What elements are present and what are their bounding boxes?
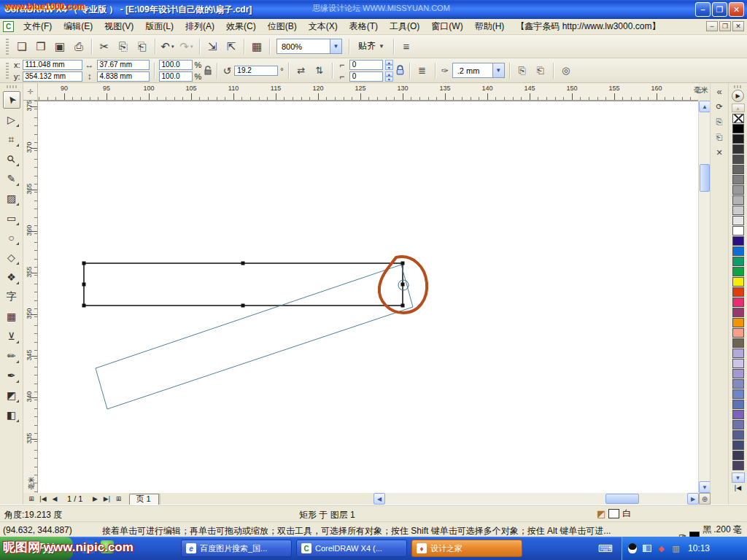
menu-item-9[interactable]: 工具(O) bbox=[384, 19, 425, 34]
ellipse-tool[interactable]: ○ bbox=[3, 229, 20, 246]
open-document-icon[interactable]: ❒ bbox=[32, 38, 50, 55]
color-swatch-14[interactable] bbox=[732, 257, 744, 266]
x-position-field[interactable]: 111.048 mm bbox=[23, 60, 82, 70]
task-button-1[interactable]: CCorelDRAW X4 (... bbox=[296, 540, 407, 557]
color-swatch-29[interactable] bbox=[732, 410, 744, 419]
undo-icon[interactable]: ↶▼ bbox=[159, 38, 177, 55]
ruler-origin[interactable]: ✛ bbox=[23, 83, 38, 101]
page-tab[interactable]: 页 1 bbox=[129, 494, 158, 505]
color-swatch-16[interactable] bbox=[732, 277, 744, 287]
color-swatch-7[interactable] bbox=[732, 185, 744, 195]
color-swatch-26[interactable] bbox=[732, 379, 744, 389]
chevron-down-icon[interactable]: ▼ bbox=[330, 39, 341, 53]
selection-handle[interactable] bbox=[241, 262, 245, 265]
color-swatch-6[interactable] bbox=[732, 175, 744, 184]
palette-flyout-button[interactable]: ▶ bbox=[732, 90, 744, 102]
corner-radius-tl-field[interactable]: 0 bbox=[349, 60, 383, 70]
color-swatch-25[interactable] bbox=[732, 369, 744, 378]
vertical-scroll-thumb[interactable] bbox=[700, 164, 710, 192]
color-swatch-11[interactable] bbox=[732, 226, 744, 236]
selection-handle[interactable] bbox=[82, 283, 86, 287]
color-swatch-23[interactable] bbox=[732, 349, 744, 358]
selection-handle[interactable] bbox=[82, 304, 86, 308]
color-swatch-21[interactable] bbox=[732, 328, 744, 338]
volume-tray-icon[interactable]: ▥ bbox=[670, 543, 681, 554]
horizontal-scrollbar[interactable]: ◀ ▶ bbox=[374, 493, 699, 505]
menu-item-10[interactable]: 窗口(W) bbox=[425, 19, 468, 34]
add-page-button-2[interactable]: ⊞ bbox=[113, 494, 123, 504]
rectangle-tool[interactable]: ▭ bbox=[3, 209, 20, 227]
menu-item-2[interactable]: 视图(V) bbox=[98, 19, 139, 34]
object-width-field[interactable]: 37.67 mm bbox=[97, 60, 150, 70]
menu-item-7[interactable]: 文本(X) bbox=[303, 19, 344, 34]
color-swatch-31[interactable] bbox=[732, 430, 744, 440]
shape-tool[interactable]: ▷ bbox=[3, 111, 20, 128]
menu-item-8[interactable]: 表格(T) bbox=[344, 19, 384, 34]
security-tray-icon[interactable]: ◆ bbox=[656, 543, 667, 554]
selected-rectangle[interactable] bbox=[84, 263, 403, 306]
corner-tl-spinner[interactable]: ▴▾ bbox=[385, 60, 393, 70]
rotated-rectangle-outline[interactable] bbox=[96, 265, 413, 409]
quicklaunch-icon[interactable] bbox=[101, 540, 114, 553]
color-swatch-8[interactable] bbox=[732, 195, 744, 205]
crop-tool[interactable]: ⌗ bbox=[3, 131, 20, 148]
task-button-2[interactable]: ♦设计之家 bbox=[411, 540, 522, 557]
vertical-scrollbar[interactable]: ▲ ▼ bbox=[698, 101, 710, 493]
color-swatch-34[interactable] bbox=[732, 461, 744, 470]
mirror-horizontal-icon[interactable]: ⇄ bbox=[293, 63, 309, 79]
menu-item-11[interactable]: 帮助(H) bbox=[469, 19, 511, 34]
freehand-tool[interactable]: ✎ bbox=[3, 170, 20, 187]
no-color-swatch[interactable] bbox=[732, 114, 744, 123]
color-swatch-4[interactable] bbox=[732, 155, 744, 164]
color-swatch-12[interactable] bbox=[732, 236, 744, 246]
color-swatch-18[interactable] bbox=[732, 298, 744, 307]
application-launcher-icon[interactable]: ▦ bbox=[248, 38, 266, 55]
menu-item-0[interactable]: 文件(F) bbox=[18, 19, 58, 34]
import-icon[interactable]: ⇲ bbox=[204, 38, 221, 55]
start-button[interactable]: 开始 bbox=[0, 537, 73, 560]
scale-y-field[interactable]: 100.0 bbox=[159, 71, 193, 82]
menu-item-4[interactable]: 排列(A) bbox=[179, 19, 220, 34]
mdi-minimize-button[interactable]: – bbox=[706, 21, 718, 31]
object-height-field[interactable]: 4.838 mm bbox=[97, 71, 150, 82]
pick-tool[interactable]: ➤ bbox=[3, 91, 20, 109]
color-swatch-17[interactable] bbox=[732, 287, 744, 297]
to-front-icon[interactable]: ⎗ bbox=[533, 63, 549, 79]
scroll-right-icon[interactable]: ▶ bbox=[687, 493, 699, 505]
new-document-icon[interactable]: ❏ bbox=[13, 38, 31, 55]
color-swatch-19[interactable] bbox=[732, 308, 744, 317]
zoom-level-combo[interactable]: 800% ▼ bbox=[276, 39, 342, 54]
menu-item-1[interactable]: 编辑(E) bbox=[58, 19, 98, 34]
restore-button[interactable]: ❐ bbox=[712, 2, 727, 17]
menu-item-3[interactable]: 版面(L) bbox=[139, 19, 179, 34]
minimize-button[interactable]: – bbox=[695, 2, 711, 17]
options-icon[interactable]: ≡ bbox=[398, 38, 415, 55]
table-tool[interactable]: ▦ bbox=[3, 308, 20, 325]
transform-docker-icon[interactable]: ⟳ bbox=[713, 101, 726, 112]
collapse-docker-button[interactable]: « bbox=[713, 86, 726, 97]
horizontal-ruler[interactable]: 9095100105110115120125130135140145150155… bbox=[38, 83, 698, 101]
task-button-0[interactable]: e百度图片搜索_国... bbox=[181, 540, 292, 557]
first-page-button[interactable]: |◀ bbox=[38, 494, 48, 504]
mdi-restore-button[interactable]: ❐ bbox=[719, 21, 731, 31]
corner-br-spinner[interactable]: ▴▾ bbox=[385, 71, 393, 82]
menu-item-6[interactable]: 位图(B) bbox=[262, 19, 303, 34]
qq-tray-icon[interactable] bbox=[627, 543, 638, 554]
propbar-drag-handle[interactable] bbox=[6, 63, 9, 79]
selection-handle[interactable] bbox=[401, 283, 405, 287]
chevron-down-icon[interactable]: ▼ bbox=[492, 63, 504, 77]
prev-page-button[interactable]: ◀ bbox=[50, 494, 60, 504]
color-swatch-5[interactable] bbox=[732, 165, 744, 174]
drawing-canvas[interactable] bbox=[38, 101, 698, 493]
docker-icon-a[interactable]: ⎘ bbox=[713, 117, 726, 128]
palette-scroll-up-icon[interactable]: ▲ bbox=[732, 104, 745, 112]
basic-shapes-tool[interactable]: ❖ bbox=[3, 268, 20, 286]
smart-fill-tool[interactable]: ▨ bbox=[3, 190, 20, 207]
color-swatch-20[interactable] bbox=[732, 318, 744, 327]
color-swatch-33[interactable] bbox=[732, 451, 744, 460]
wrap-text-icon[interactable]: ≣ bbox=[414, 63, 430, 79]
keyboard-tray-icon[interactable]: ⌨ bbox=[598, 542, 613, 554]
color-swatch-30[interactable] bbox=[732, 420, 744, 429]
scale-x-field[interactable]: 100.0 bbox=[159, 60, 193, 70]
scale-lock-icon[interactable] bbox=[204, 66, 212, 76]
